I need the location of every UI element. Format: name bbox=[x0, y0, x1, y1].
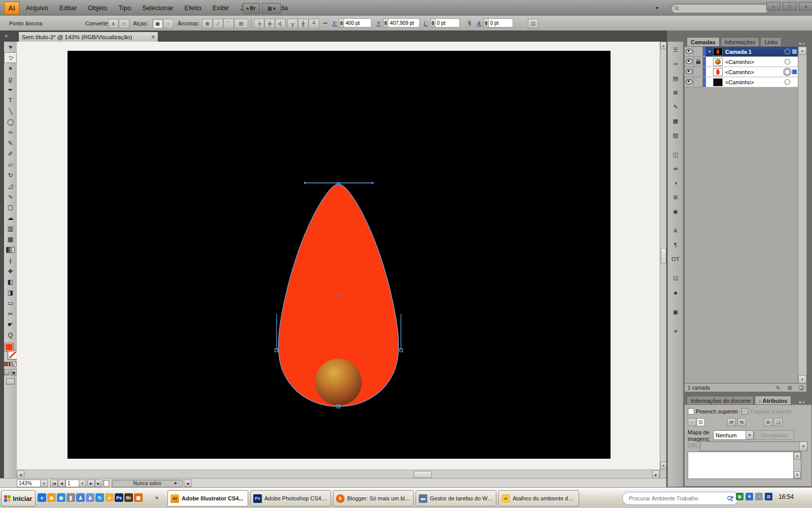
reverse-path-on-button[interactable]: ⇆ bbox=[737, 418, 746, 426]
tab-informacoes-documento[interactable]: Informações do docume bbox=[687, 396, 754, 405]
selection-indicator[interactable] bbox=[792, 49, 797, 54]
paintbrush-tool[interactable]: ✑ bbox=[4, 127, 17, 138]
horizontal-scroll-thumb[interactable] bbox=[414, 471, 432, 478]
quick-launch-icon[interactable]: ♟ bbox=[76, 493, 85, 502]
dock-panel-icon[interactable]: ▨ bbox=[668, 129, 683, 141]
layer-thumbnail[interactable] bbox=[713, 48, 723, 56]
slice-tool[interactable]: ✂ bbox=[4, 308, 17, 319]
x-stepper[interactable] bbox=[339, 18, 344, 27]
previous-artboard-button[interactable]: ◀ bbox=[58, 480, 65, 487]
dock-panel-icon[interactable]: ◑ bbox=[668, 177, 683, 189]
quick-launch-icon[interactable]: ◉ bbox=[47, 493, 56, 502]
next-artboard-button[interactable]: ▶ bbox=[87, 480, 95, 487]
artboard-tool[interactable]: ▭ bbox=[4, 298, 17, 308]
width-tool[interactable]: ∿ bbox=[4, 191, 17, 202]
hide-center-button[interactable]: ▫ bbox=[688, 418, 696, 426]
path-row-sphere[interactable]: <Caminho> bbox=[685, 57, 798, 67]
last-artboard-button[interactable]: ▶| bbox=[95, 480, 103, 487]
quick-launch-icon[interactable]: e bbox=[38, 493, 46, 502]
magic-wand-tool[interactable]: ✶ bbox=[4, 63, 17, 74]
dock-panel-icon[interactable]: A bbox=[668, 225, 683, 237]
pen-tool[interactable]: ✒ bbox=[4, 84, 17, 95]
direct-selection-tool[interactable]: ▷ bbox=[4, 52, 17, 63]
zoom-tool[interactable]: Q bbox=[4, 330, 17, 340]
scroll-left-icon[interactable]: ◀ bbox=[17, 470, 24, 479]
path-row-background[interactable]: <Caminho> bbox=[685, 77, 798, 87]
panel-flyout-icon[interactable]: ▾ bbox=[656, 5, 658, 11]
dock-panel-icon[interactable]: ◫ bbox=[668, 148, 683, 161]
tray-icon[interactable]: ◔ bbox=[755, 493, 763, 500]
convert-to-smooth-button[interactable]: ∩ bbox=[119, 19, 129, 28]
eraser-tool[interactable]: ▱ bbox=[4, 159, 17, 170]
y-label[interactable]: Y: bbox=[377, 21, 381, 26]
lasso-tool[interactable]: ϱ bbox=[4, 74, 17, 84]
close-button[interactable]: × bbox=[799, 2, 812, 11]
tab-informacoes[interactable]: Informações bbox=[721, 37, 760, 46]
fill-rule-nonzero-button[interactable]: ⧉ bbox=[764, 418, 772, 426]
stroke-color-swatch[interactable] bbox=[8, 351, 17, 359]
path-thumbnail[interactable] bbox=[713, 78, 723, 86]
dropdown-arrow-icon[interactable]: ▾ bbox=[746, 431, 753, 439]
vertical-scroll-thumb[interactable] bbox=[661, 248, 666, 264]
mesh-tool[interactable]: ▦ bbox=[4, 234, 17, 244]
first-artboard-button[interactable]: |◀ bbox=[50, 480, 58, 487]
align-middle-button[interactable]: ╫ bbox=[298, 19, 309, 28]
rotate-tool[interactable]: ↻ bbox=[4, 170, 17, 180]
gradient-button[interactable] bbox=[9, 362, 13, 366]
tray-icon[interactable]: ❖ bbox=[746, 493, 753, 500]
shape-center-point[interactable] bbox=[337, 294, 340, 297]
draw-normal-button[interactable]: ❏ bbox=[4, 369, 10, 375]
quick-launch-icon[interactable]: Ps bbox=[115, 493, 123, 502]
maximize-button[interactable]: □ bbox=[783, 2, 797, 11]
visibility-toggle[interactable] bbox=[685, 67, 694, 77]
path-name[interactable]: <Caminho> bbox=[725, 59, 754, 65]
quick-launch-overflow-icon[interactable]: » bbox=[155, 494, 158, 500]
path-name[interactable]: <Caminho> bbox=[725, 79, 754, 85]
show-center-button[interactable]: ⊡ bbox=[696, 418, 705, 426]
path-thumbnail[interactable] bbox=[713, 68, 723, 76]
anchor-point-top-selected[interactable] bbox=[337, 182, 341, 186]
app-search-input[interactable] bbox=[682, 5, 766, 12]
symbol-sprayer-tool[interactable]: ☁ bbox=[4, 212, 17, 223]
reverse-path-off-button[interactable]: ⇄ bbox=[727, 418, 736, 426]
app-logo[interactable]: Ai bbox=[4, 2, 19, 15]
tray-icon[interactable]: ▥ bbox=[765, 493, 772, 500]
a-stepper[interactable] bbox=[484, 18, 489, 27]
target-circle-targeted[interactable] bbox=[785, 69, 790, 75]
align-top-button[interactable]: ╥ bbox=[287, 19, 298, 28]
hscroll-left-icon[interactable]: ◀ bbox=[184, 480, 191, 487]
smooth-anchors-button[interactable]: ⌒ bbox=[223, 19, 234, 28]
dock-panel-icon[interactable]: ✎ bbox=[668, 101, 683, 113]
dock-panel-icon[interactable]: ✑ bbox=[668, 58, 683, 70]
draw-behind-button[interactable]: ▣ bbox=[11, 369, 17, 375]
layer-row-camada1[interactable]: ▼ Camada 1 bbox=[685, 47, 798, 57]
connect-anchors-button[interactable]: ∕ bbox=[213, 19, 223, 28]
ellipse-tool[interactable]: ◯ bbox=[4, 116, 17, 127]
target-circle[interactable] bbox=[785, 49, 790, 54]
layers-scrollbar[interactable]: ▲ ▼ bbox=[798, 46, 807, 384]
visibility-toggle[interactable] bbox=[685, 47, 694, 57]
dock-panel-icon[interactable]: ▣ bbox=[668, 306, 683, 318]
graph-tool[interactable]: ▥ bbox=[4, 223, 17, 234]
dock-panel-icon[interactable]: ♣ bbox=[668, 287, 683, 299]
scroll-right-icon[interactable]: ▶ bbox=[652, 470, 660, 479]
new-layer-button[interactable]: ❏ bbox=[799, 385, 803, 391]
scale-tool[interactable]: ◿ bbox=[4, 180, 17, 191]
overprint-stroke-checkbox[interactable]: ✓ bbox=[741, 408, 748, 415]
dock-panel-icon[interactable]: ¶ bbox=[668, 239, 683, 251]
quick-launch-icon[interactable]: ◍ bbox=[57, 493, 65, 502]
zoom-dropdown-icon[interactable]: ▾ bbox=[40, 480, 48, 487]
dock-panel-icon[interactable]: ⊞ bbox=[668, 191, 683, 203]
target-circle[interactable] bbox=[785, 79, 790, 85]
type-tool[interactable]: T bbox=[4, 95, 17, 106]
path-row-teardrop[interactable]: <Caminho> bbox=[685, 67, 798, 77]
taskbar-task-gestor[interactable]: ▬ Gestor de tarefas do Wi... bbox=[416, 490, 496, 506]
tab-overflow-icon[interactable]: » bbox=[5, 33, 8, 39]
dock-panel-icon[interactable]: ✳ bbox=[668, 325, 683, 337]
x-input[interactable] bbox=[344, 18, 371, 27]
fill-rule-evenodd-button[interactable]: ❏ bbox=[774, 418, 783, 426]
pencil-tool[interactable]: ✎ bbox=[4, 138, 17, 148]
scroll-down-icon[interactable]: ▼ bbox=[794, 471, 801, 479]
start-button[interactable]: Iniciar bbox=[1, 490, 36, 506]
path-thumbnail[interactable] bbox=[713, 58, 723, 66]
